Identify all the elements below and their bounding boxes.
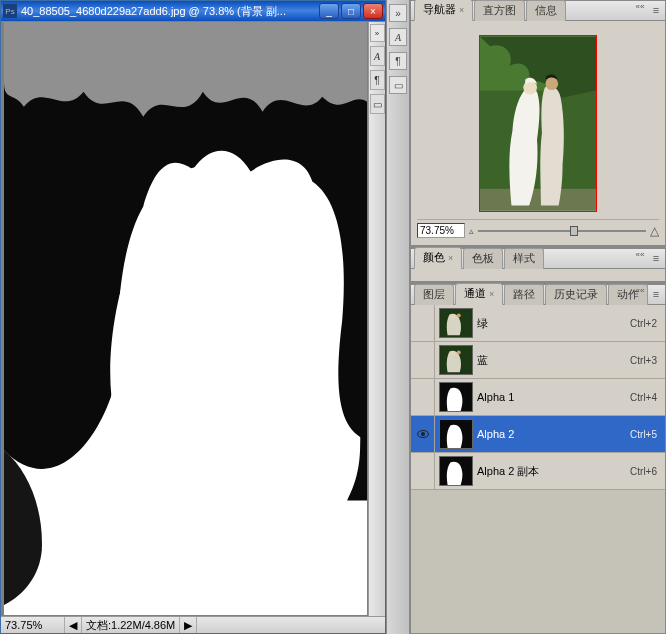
navigator-zoom-slider[interactable] bbox=[478, 230, 646, 232]
panel-collapse-icon[interactable]: «« bbox=[633, 250, 647, 258]
brushes-panel-icon[interactable]: ▭ bbox=[389, 76, 407, 94]
panel-menu-icon[interactable]: ≡ bbox=[649, 3, 663, 17]
channel-row[interactable]: 绿Ctrl+2 bbox=[411, 305, 665, 342]
visibility-toggle[interactable] bbox=[411, 453, 435, 489]
channel-name: 绿 bbox=[477, 316, 617, 331]
minimize-button[interactable]: _ bbox=[319, 3, 339, 19]
zoom-level-field[interactable]: 73.75% bbox=[1, 617, 65, 633]
navigator-tabs: 导航器× 直方图 信息 «« ≡ bbox=[411, 1, 665, 21]
channel-shortcut: Ctrl+2 bbox=[617, 318, 665, 329]
tab-styles[interactable]: 样式 bbox=[504, 248, 544, 269]
color-tabs: 颜色× 色板 样式 «« ≡ bbox=[411, 249, 665, 269]
status-doc-info[interactable]: 文档: 1.22M/4.86M bbox=[82, 617, 180, 633]
channel-name: 蓝 bbox=[477, 353, 617, 368]
visibility-toggle[interactable] bbox=[411, 342, 435, 378]
status-label: 文档: bbox=[86, 618, 111, 633]
channels-panel: 图层 通道× 路径 历史记录 动作 «« ≡ 绿Ctrl+2蓝Ctrl+3Alp… bbox=[410, 284, 666, 634]
zoom-out-icon[interactable]: ▵ bbox=[469, 226, 474, 236]
channel-thumbnail bbox=[439, 419, 473, 449]
document-titlebar[interactable]: Ps 40_88505_4680d229a27add6.jpg @ 73.8% … bbox=[1, 1, 385, 21]
channel-thumbnail bbox=[439, 345, 473, 375]
document-canvas[interactable] bbox=[4, 22, 367, 615]
channel-name: Alpha 2 bbox=[477, 428, 617, 440]
svg-point-7 bbox=[451, 314, 455, 318]
paragraph-panel-icon[interactable]: ¶ bbox=[389, 52, 407, 70]
tab-history[interactable]: 历史记录 bbox=[545, 284, 607, 305]
panel-menu-icon[interactable]: ≡ bbox=[649, 287, 663, 301]
zoom-in-icon[interactable]: △ bbox=[650, 224, 659, 238]
tab-histogram[interactable]: 直方图 bbox=[474, 0, 525, 21]
visibility-toggle[interactable] bbox=[411, 379, 435, 415]
channels-list: 绿Ctrl+2蓝Ctrl+3Alpha 1Ctrl+4Alpha 2Ctrl+5… bbox=[411, 305, 665, 633]
svg-point-11 bbox=[457, 351, 461, 355]
alpha-channel-view bbox=[4, 22, 367, 615]
channel-row[interactable]: Alpha 2 副本Ctrl+6 bbox=[411, 453, 665, 490]
color-panel: 颜色× 色板 样式 «« ≡ bbox=[410, 248, 666, 282]
eye-icon bbox=[417, 428, 429, 440]
dock-collapse-bar[interactable]: » A ¶ ▭ bbox=[386, 0, 410, 634]
document-side-toolbar: » A ¶ ▭ bbox=[368, 22, 385, 616]
tab-channels[interactable]: 通道× bbox=[455, 283, 503, 305]
channel-thumbnail bbox=[439, 456, 473, 486]
visibility-toggle[interactable] bbox=[411, 416, 435, 452]
navigator-preview[interactable] bbox=[479, 35, 597, 212]
tab-swatches[interactable]: 色板 bbox=[463, 248, 503, 269]
channel-shortcut: Ctrl+5 bbox=[617, 429, 665, 440]
photoshop-icon: Ps bbox=[3, 4, 17, 18]
channel-shortcut: Ctrl+6 bbox=[617, 466, 665, 477]
close-button[interactable]: × bbox=[363, 3, 383, 19]
layers-channels-tabs: 图层 通道× 路径 历史记录 动作 «« ≡ bbox=[411, 285, 665, 305]
svg-rect-3 bbox=[480, 188, 596, 210]
visibility-toggle[interactable] bbox=[411, 305, 435, 341]
panel-collapse-icon[interactable]: «« bbox=[633, 286, 647, 294]
maximize-button[interactable]: □ bbox=[341, 3, 361, 19]
panel-menu-icon[interactable]: ≡ bbox=[649, 251, 663, 265]
svg-point-14 bbox=[421, 432, 425, 436]
channel-row[interactable]: 蓝Ctrl+3 bbox=[411, 342, 665, 379]
character-panel-icon[interactable]: A bbox=[389, 28, 407, 46]
status-value: 1.22M/4.86M bbox=[111, 619, 175, 631]
svg-point-8 bbox=[457, 314, 461, 318]
document-statusbar: 73.75% ◀ 文档: 1.22M/4.86M ▶ bbox=[1, 616, 385, 633]
channel-row[interactable]: Alpha 1Ctrl+4 bbox=[411, 379, 665, 416]
text-tool-icon[interactable]: A bbox=[370, 46, 385, 66]
svg-point-5 bbox=[545, 77, 558, 90]
channel-name: Alpha 2 副本 bbox=[477, 464, 617, 479]
close-icon[interactable]: × bbox=[489, 289, 494, 299]
svg-point-10 bbox=[451, 351, 455, 355]
navigator-thumbnail bbox=[480, 36, 596, 211]
channel-thumbnail bbox=[439, 308, 473, 338]
channel-name: Alpha 1 bbox=[477, 391, 617, 403]
channel-shortcut: Ctrl+4 bbox=[617, 392, 665, 403]
channel-shortcut: Ctrl+3 bbox=[617, 355, 665, 366]
tab-info[interactable]: 信息 bbox=[526, 0, 566, 21]
tab-navigator[interactable]: 导航器× bbox=[414, 0, 473, 21]
close-icon[interactable]: × bbox=[459, 5, 464, 15]
document-window: Ps 40_88505_4680d229a27add6.jpg @ 73.8% … bbox=[0, 0, 386, 634]
status-arrow-left[interactable]: ◀ bbox=[65, 617, 82, 633]
panel-collapse-icon[interactable]: «« bbox=[633, 2, 647, 10]
collapse-arrows-icon[interactable]: » bbox=[370, 24, 385, 42]
dock-expand-icon[interactable]: » bbox=[389, 4, 407, 22]
document-title: 40_88505_4680d229a27add6.jpg @ 73.8% (背景… bbox=[21, 4, 319, 19]
brush-swatch-icon[interactable]: ▭ bbox=[370, 94, 385, 114]
channel-thumbnail bbox=[439, 382, 473, 412]
paragraph-tool-icon[interactable]: ¶ bbox=[370, 70, 385, 90]
navigator-zoom-field[interactable] bbox=[417, 223, 465, 238]
tab-layers[interactable]: 图层 bbox=[414, 284, 454, 305]
tab-color[interactable]: 颜色× bbox=[414, 247, 462, 269]
status-arrow-right[interactable]: ▶ bbox=[180, 617, 197, 633]
tab-paths[interactable]: 路径 bbox=[504, 284, 544, 305]
slider-thumb[interactable] bbox=[570, 226, 578, 236]
navigator-panel: 导航器× 直方图 信息 «« ≡ bbox=[410, 0, 666, 246]
close-icon[interactable]: × bbox=[448, 253, 453, 263]
channel-row[interactable]: Alpha 2Ctrl+5 bbox=[411, 416, 665, 453]
